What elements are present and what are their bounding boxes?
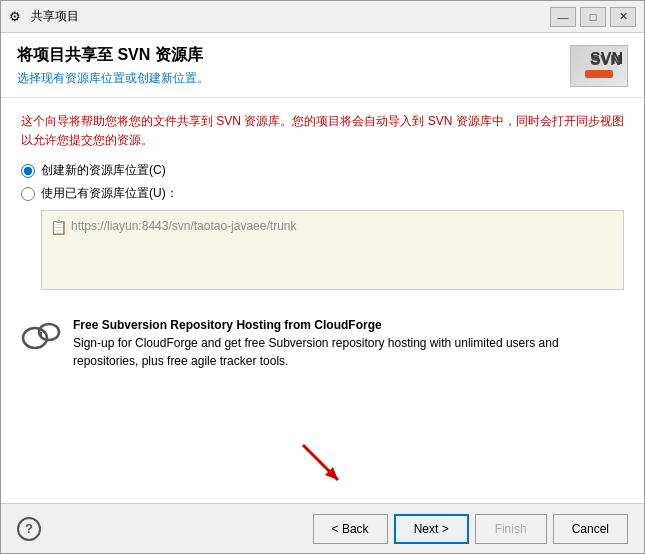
cloudforge-logo-svg bbox=[21, 316, 61, 352]
radio-existing[interactable] bbox=[21, 187, 35, 201]
close-button[interactable]: ✕ bbox=[610, 7, 636, 27]
radio-group: 创建新的资源库位置(C) 使用已有资源库位置(U)： bbox=[21, 162, 624, 202]
arrow-area bbox=[21, 380, 624, 503]
svn-logo-text: SVN bbox=[590, 51, 621, 68]
back-button[interactable]: < Back bbox=[313, 514, 388, 544]
header-text: 将项目共享至 SVN 资源库 选择现有资源库位置或创建新位置。 bbox=[17, 45, 570, 87]
dialog-content: 将项目共享至 SVN 资源库 选择现有资源库位置或创建新位置。 SVN 这个向导… bbox=[1, 33, 644, 553]
url-folder-icon: 📋 bbox=[50, 219, 67, 235]
url-text: https://liayun:8443/svn/taotao-javaee/tr… bbox=[71, 219, 296, 233]
cloudforge-text: Free Subversion Repository Hosting from … bbox=[73, 316, 624, 370]
cloudforge-section: Free Subversion Repository Hosting from … bbox=[21, 306, 624, 380]
help-button[interactable]: ? bbox=[17, 517, 41, 541]
footer-buttons: < Back Next > Finish Cancel bbox=[313, 514, 628, 544]
radio-existing-label: 使用已有资源库位置(U)： bbox=[41, 185, 178, 202]
svn-logo-connector bbox=[585, 70, 613, 78]
cancel-button[interactable]: Cancel bbox=[553, 514, 628, 544]
svn-logo: SVN bbox=[570, 45, 628, 87]
cloudforge-description: Sign-up for CloudForge and get free Subv… bbox=[73, 334, 624, 370]
next-arrow-icon bbox=[283, 435, 363, 495]
window-title: 共享项目 bbox=[31, 8, 550, 25]
maximize-button[interactable]: □ bbox=[580, 7, 606, 27]
description-text: 这个向导将帮助您将您的文件共享到 SVN 资源库。您的项目将会自动导入到 SVN… bbox=[21, 112, 624, 150]
radio-create[interactable] bbox=[21, 164, 35, 178]
header-subtitle: 选择现有资源库位置或创建新位置。 bbox=[17, 70, 570, 87]
main-window: ⚙ 共享项目 — □ ✕ 将项目共享至 SVN 资源库 选择现有资源库位置或创建… bbox=[0, 0, 645, 554]
minimize-button[interactable]: — bbox=[550, 7, 576, 27]
radio-create-row: 创建新的资源库位置(C) bbox=[21, 162, 624, 179]
next-button[interactable]: Next > bbox=[394, 514, 469, 544]
header-title: 将项目共享至 SVN 资源库 bbox=[17, 45, 570, 66]
window-icon: ⚙ bbox=[9, 9, 25, 25]
window-controls: — □ ✕ bbox=[550, 7, 636, 27]
url-input-container[interactable]: 📋 https://liayun:8443/svn/taotao-javaee/… bbox=[41, 210, 624, 290]
main-body: 这个向导将帮助您将您的文件共享到 SVN 资源库。您的项目将会自动导入到 SVN… bbox=[1, 98, 644, 503]
radio-existing-row: 使用已有资源库位置(U)： bbox=[21, 185, 624, 202]
footer: ? < Back Next > Finish Cancel bbox=[1, 503, 644, 553]
cloudforge-title: Free Subversion Repository Hosting from … bbox=[73, 316, 624, 334]
title-bar: ⚙ 共享项目 — □ ✕ bbox=[1, 1, 644, 33]
header-section: 将项目共享至 SVN 资源库 选择现有资源库位置或创建新位置。 SVN bbox=[1, 33, 644, 98]
finish-button[interactable]: Finish bbox=[475, 514, 547, 544]
cloudforge-logo bbox=[21, 316, 61, 355]
radio-create-label: 创建新的资源库位置(C) bbox=[41, 162, 166, 179]
